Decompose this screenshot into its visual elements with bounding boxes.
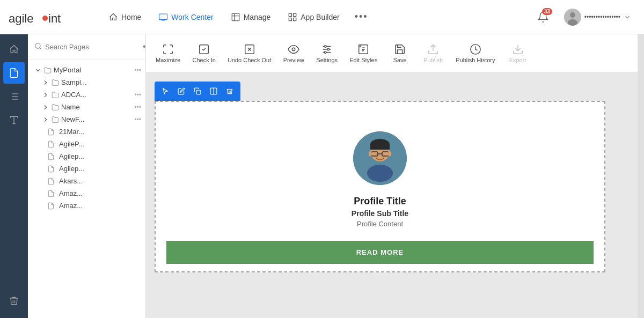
toolbar-wrap: Maximize Check In Undo Check Out Preview… [146,34,638,318]
chevron-right-icon [42,91,49,99]
publish-button[interactable]: Publish [417,40,449,66]
folder-icon [52,79,59,86]
svg-rect-6 [294,13,296,16]
main-layout: ••• MyPortal ••• Sampl... ADCA... ••• [0,34,644,318]
svg-rect-32 [359,45,361,47]
file-icon [47,165,55,173]
chevron-right-icon [42,79,49,86]
file-icon [47,178,55,185]
sidebar-item-trash[interactable] [3,290,25,312]
svg-point-47 [388,151,391,157]
svg-point-11 [568,19,577,26]
folder-icon [52,91,59,99]
svg-point-46 [369,151,372,157]
svg-point-29 [327,48,330,50]
list-item[interactable]: Agilep... [28,150,145,162]
profile-subtitle: Profile Sub Title [352,209,408,218]
component-layout-button[interactable] [206,84,221,99]
svg-rect-3 [159,14,167,20]
sidebar-item-text[interactable] [3,109,25,131]
file-icon [47,153,55,160]
svg-point-1 [42,16,48,21]
notification-button[interactable]: 33 [533,7,553,27]
list-item[interactable]: 21Mar... [28,125,145,138]
list-item[interactable]: AgileP... [28,138,145,150]
svg-rect-5 [289,13,292,16]
tree-content: MyPortal ••• Sampl... ADCA... ••• Name [28,60,145,318]
chevron-down-icon [624,13,631,21]
preview-button[interactable]: Preview [277,40,310,66]
vertical-scrollbar[interactable] [638,34,644,318]
undo-checkout-button[interactable]: Undo Check Out [222,40,276,66]
canvas-area: Profile Title Profile Sub Title Profile … [146,73,638,318]
list-item[interactable]: Agilep... [28,162,145,175]
component-select-button[interactable] [158,84,173,99]
svg-text:int: int [48,12,61,25]
toolbar: Maximize Check In Undo Check Out Preview… [146,34,638,73]
folder-icon [52,103,59,111]
nav-home[interactable]: Home [101,8,149,26]
sidebar-item-home[interactable] [3,39,25,60]
user-menu-button[interactable]: •••••••••••••••• [560,6,635,28]
check-in-button[interactable]: Check In [187,40,221,66]
folder-icon [52,116,59,123]
svg-point-28 [325,46,327,48]
publish-history-button[interactable]: Publish History [450,40,500,66]
svg-rect-4 [232,13,239,21]
svg-rect-8 [294,18,296,20]
avatar [353,131,407,185]
list-item[interactable]: MyPortal ••• [28,64,145,76]
user-name: •••••••••••••••• [584,13,620,21]
component-edit-button[interactable] [174,84,189,99]
list-item[interactable]: Akars... [28,175,145,187]
nav-right: 33 •••••••••••••••• [533,6,635,28]
notification-badge: 33 [542,8,552,15]
search-input[interactable] [45,43,135,51]
sidebar-item-list[interactable] [3,86,25,107]
avatar [564,9,581,26]
component-duplicate-button[interactable] [190,84,205,99]
read-more-button[interactable]: READ MORE [166,241,594,264]
chevron-right-icon [42,103,49,111]
nav-manage[interactable]: Manage [223,8,279,26]
component-delete-button[interactable] [222,84,237,99]
nav-app-builder[interactable]: App Builder [280,8,347,26]
svg-point-48 [367,165,393,182]
folder-icon [44,66,52,74]
svg-point-24 [292,48,295,51]
list-item[interactable]: NewF... ••• [28,113,145,125]
component-toolbar [155,82,240,101]
top-navigation: agile int Home Work Center Manage App Bu… [0,0,644,34]
svg-rect-42 [370,144,390,150]
svg-point-10 [570,12,575,18]
profile-card: Profile Title Profile Sub Title Profile … [156,110,604,264]
maximize-button[interactable]: Maximize [150,40,186,66]
search-icon [34,42,42,51]
profile-card-container: Profile Title Profile Sub Title Profile … [155,101,605,272]
svg-point-20 [35,43,40,48]
logo: agile int [9,9,84,26]
export-button[interactable]: Export [502,40,534,66]
chevron-down-icon [34,66,42,74]
list-item[interactable]: Amaz... [28,199,145,212]
list-item[interactable]: Name ••• [28,101,145,113]
sidebar-item-pages[interactable] [3,62,25,84]
svg-text:agile: agile [9,12,33,25]
page-tree-sidebar: ••• MyPortal ••• Sampl... ADCA... ••• [28,34,146,318]
nav-items: Home Work Center Manage App Builder ••• [101,7,529,27]
profile-content: Profile Content [357,220,403,228]
svg-rect-7 [289,18,292,20]
settings-button[interactable]: Settings [311,40,343,66]
file-icon [47,140,55,148]
list-item[interactable]: ADCA... ••• [28,88,145,101]
nav-more-dots[interactable]: ••• [349,7,374,27]
nav-work-center[interactable]: Work Center [151,8,221,26]
edit-styles-button[interactable]: Edit Styles [344,40,383,66]
svg-rect-36 [196,90,201,94]
list-item[interactable]: Amaz... [28,187,145,199]
file-icon [47,128,55,136]
profile-title: Profile Title [354,196,406,207]
file-icon [47,190,55,197]
save-button[interactable]: Save [384,40,416,66]
list-item[interactable]: Sampl... [28,76,145,88]
